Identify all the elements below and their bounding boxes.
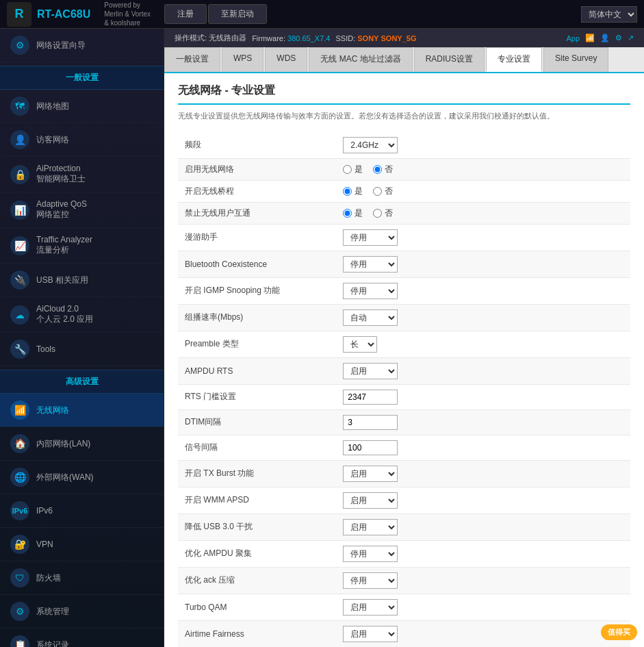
label-rts: RTS 门槛设置 [178,384,336,409]
select-preamble[interactable]: 长 短 [343,336,377,353]
row-usb3: 降低 USB 3.0 干扰 启用 停用 [178,513,630,540]
tab-mac-filter[interactable]: 无线 MAC 地址过滤器 [309,47,412,72]
ipv6-icon: IPv6 [10,501,29,520]
label-tx-burst: 开启 TX Burst 功能 [178,460,336,487]
select-ampdu-rts[interactable]: 启用 停用 [343,363,398,379]
sidebar-item-ipv6[interactable]: IPv6 IPv6 [0,494,164,528]
sidebar-item-system-log[interactable]: 📋 系统记录 [0,629,164,647]
sidebar-item-usb[interactable]: 🔌 USB 相关应用 [0,264,164,297]
quick-setup-item[interactable]: ⚙ 网络设置向导 [0,29,164,62]
input-beacon[interactable] [343,440,398,455]
sidebar-item-adaptive-qos[interactable]: 📊 Adaptive QoS网络监控 [0,192,164,228]
label-multicast: 组播速率(Mbps) [178,304,336,331]
label-dtim: DTIM间隔 [178,409,336,435]
select-frequency[interactable]: 2.4GHz 5GHz [343,137,398,153]
row-beacon: 信号间隔 [178,435,630,460]
sidebar-item-system-admin[interactable]: ⚙ 系统管理 [0,595,164,629]
label-turbo-qam: Turbo QAM [178,594,336,620]
select-roaming[interactable]: 停用 启用 [343,229,398,246]
tabs-bar: 一般设置 WPS WDS 无线 MAC 地址过滤器 RADIUS设置 专业设置 … [164,47,644,73]
input-dtim[interactable] [343,415,398,430]
sidebar-item-guest-network[interactable]: 👤 访客网络 [0,123,164,157]
sidebar-item-wireless[interactable]: 📶 无线网络 [0,394,164,427]
row-rts: RTS 门槛设置 [178,384,630,409]
aicloud-icon: ☁ [10,305,29,325]
row-bluetooth: Bluetooth Coexistence 停用 启用 [178,251,630,277]
row-wmm: 开启 WMM APSD 启用 停用 [178,487,630,513]
label-preamble: Preamble 类型 [178,331,336,357]
radio-no-isolate[interactable]: 否 [373,207,393,219]
ipv6-label: IPv6 [36,506,53,516]
select-ack[interactable]: 停用 启用 [343,572,398,589]
sidebar-item-lan[interactable]: 🏠 内部网络(LAN) [0,427,164,461]
sysadmin-icon: ⚙ [10,602,29,621]
radio-yes-bridge[interactable]: 是 [343,186,363,197]
tab-wds[interactable]: WDS [265,47,307,72]
row-ack: 优化 ack 压缩 停用 启用 [178,567,630,594]
tab-general[interactable]: 一般设置 [164,47,220,72]
brand: R RT-AC68U [7,2,90,27]
language-select[interactable]: 简体中文 [581,6,637,23]
register-button[interactable]: 注册 [164,4,207,24]
sidebar-item-wan[interactable]: 🌐 外部网络(WAN) [0,461,164,494]
radio-no-bridge[interactable]: 否 [373,186,393,197]
select-ampdu-opt[interactable]: 停用 启用 [343,546,398,562]
select-wmm[interactable]: 启用 停用 [343,492,398,509]
row-preamble: Preamble 类型 长 短 [178,331,630,357]
advanced-section-header: 高级设置 [0,370,164,394]
sidebar-item-aicloud[interactable]: ☁ AiCloud 2.0个人云 2.0 应用 [0,297,164,333]
select-tx-burst[interactable]: 启用 停用 [343,466,398,482]
input-rts[interactable] [343,390,398,405]
syslog-icon: 📋 [10,635,29,647]
sidebar-item-aiprotection[interactable]: 🔒 AiProtection智能网络卫士 [0,157,164,192]
label-usb3: 降低 USB 3.0 干扰 [178,513,336,540]
radio-yes-enable[interactable]: 是 [343,164,363,175]
settings-table: 频段 2.4GHz 5GHz 启用无线网络 [178,132,630,648]
app-icons: App 📶 👤 ⚙ ↗ [566,34,634,42]
sidebar-item-tools[interactable]: 🔧 Tools [0,333,164,366]
tab-wps[interactable]: WPS [222,47,263,72]
qos-icon: 📊 [10,201,29,220]
page-desc: 无线专业设置提供您无线网络传输与效率方面的设置。若您没有选择适合的设置，建议采用… [178,110,630,122]
select-turbo-qam[interactable]: 启用 停用 [343,599,398,616]
label-frequency: 频段 [178,132,336,159]
label-ampdu-opt: 优化 AMPDU 聚集 [178,540,336,567]
select-multicast[interactable]: 自动 1 2 [343,309,398,326]
select-usb3[interactable]: 启用 停用 [343,519,398,535]
sidebar-item-traffic-analyzer[interactable]: 📈 Traffic Analyzer流量分析 [0,228,164,264]
row-roaming: 漫游助手 停用 启用 [178,224,630,251]
sidebar-item-vpn[interactable]: 🔐 VPN [0,528,164,561]
select-bluetooth[interactable]: 停用 启用 [343,256,398,272]
sidebar-item-firewall[interactable]: 🛡 防火墙 [0,561,164,595]
label-ampdu-rts: AMPDU RTS [178,357,336,384]
firmware-label: Firmware: 380.65_X7.4 [252,34,330,42]
radio-no-enable[interactable]: 否 [373,164,393,175]
settings-icon: ⚙ [615,34,622,42]
label-enable-wireless: 启用无线网络 [178,158,336,180]
radio-bridge: 是 否 [343,186,623,197]
row-multicast: 组播速率(Mbps) 自动 1 2 [178,304,630,331]
wifi-icon: 📶 [585,34,595,42]
label-ack: 优化 ack 压缩 [178,567,336,594]
vpn-label: VPN [36,540,53,549]
label-beacon: 信号间隔 [178,435,336,460]
label-igmp: 开启 IGMP Snooping 功能 [178,277,336,304]
tab-professional[interactable]: 专业设置 [486,47,542,72]
label-wmm: 开启 WMM APSD [178,487,336,513]
select-airtime[interactable]: 启用 停用 [343,626,398,642]
restart-button[interactable]: 至新启动 [208,4,267,24]
status-bar: 操作模式: 无线路由器 Firmware: 380.65_X7.4 SSID: … [164,29,644,47]
wan-label: 外部网络(WAN) [36,472,94,483]
setup-icon: ⚙ [10,36,29,55]
radio-yes-isolate[interactable]: 是 [343,207,363,219]
firewall-label: 防火墙 [36,572,61,584]
top-bar: R RT-AC68U Powered by Merlin & Vortex & … [0,0,644,29]
sidebar-item-network-map[interactable]: 🗺 网络地图 [0,90,164,123]
tab-site-survey[interactable]: Site Survey [543,47,608,72]
row-frequency: 频段 2.4GHz 5GHz [178,132,630,159]
tab-radius[interactable]: RADIUS设置 [414,47,485,72]
label-airtime: Airtime Fairness [178,620,336,647]
row-igmp: 开启 IGMP Snooping 功能 停用 启用 [178,277,630,304]
wireless-label: 无线网络 [36,405,69,416]
select-igmp[interactable]: 停用 启用 [343,283,398,299]
